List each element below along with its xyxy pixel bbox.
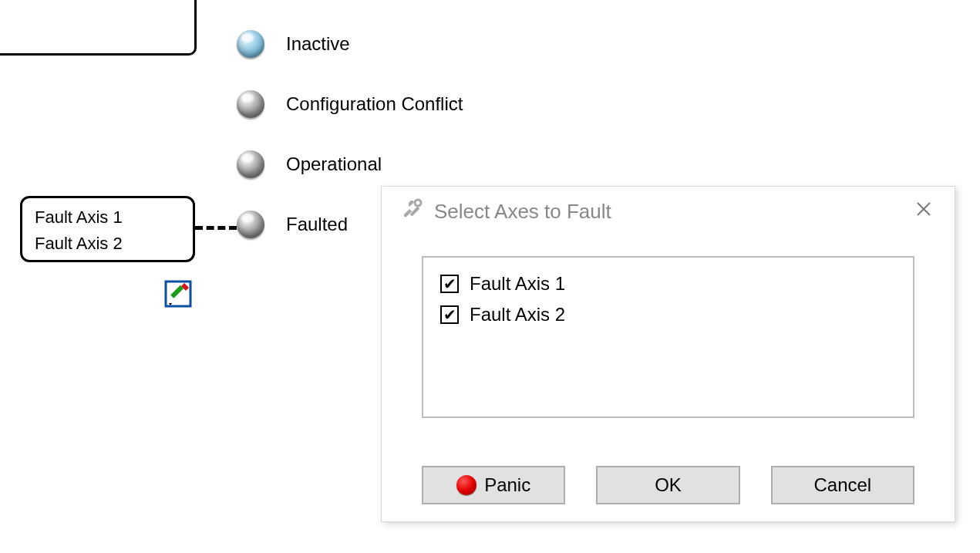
checkbox-label: Fault Axis 2 — [470, 299, 565, 330]
indicator-orb-confconflict — [237, 90, 264, 118]
faulted-annotation-box: Fault Axis 1 Fault Axis 2 — [20, 196, 195, 262]
cancel-button[interactable]: Cancel — [771, 466, 914, 504]
state-label: Faulted — [286, 214, 348, 235]
svg-point-6 — [415, 200, 421, 206]
panic-button[interactable]: Panic — [422, 466, 565, 504]
panic-indicator-icon — [456, 475, 477, 495]
tools-icon — [400, 197, 423, 225]
checkbox-fault-axis-2[interactable]: ✔ Fault Axis 2 — [440, 299, 896, 330]
state-configuration-conflict[interactable]: Configuration Conflict — [237, 74, 463, 134]
button-label: Cancel — [813, 474, 871, 496]
dialog-body: ✔ Fault Axis 1 ✔ Fault Axis 2 — [422, 256, 914, 418]
state-inactive[interactable]: Inactive — [237, 14, 463, 74]
close-icon[interactable] — [911, 201, 936, 222]
panel-fragment — [0, 0, 197, 56]
annotation-line: Fault Axis 2 — [35, 231, 180, 257]
checkbox-box: ✔ — [440, 275, 459, 293]
indicator-orb-faulted — [237, 211, 264, 238]
dialog-titlebar: Select Axes to Fault — [382, 187, 955, 231]
select-axes-dialog: Select Axes to Fault ✔ Fault Axis 1 ✔ Fa… — [381, 186, 955, 522]
checkbox-box: ✔ — [440, 305, 459, 324]
indicator-orb-operational — [237, 150, 264, 178]
dialog-button-row: Panic OK Cancel — [422, 466, 914, 504]
button-label: Panic — [484, 474, 530, 496]
checkbox-label: Fault Axis 1 — [470, 268, 565, 299]
state-label: Operational — [286, 153, 382, 175]
state-label: Inactive — [286, 33, 350, 55]
checkbox-fault-axis-1[interactable]: ✔ Fault Axis 1 — [440, 268, 896, 299]
button-label: OK — [655, 474, 682, 496]
state-label: Configuration Conflict — [286, 93, 463, 115]
indicator-orb-inactive — [237, 30, 264, 58]
ok-button[interactable]: OK — [596, 466, 739, 504]
annotation-line: Fault Axis 1 — [35, 204, 180, 231]
dashed-connector — [195, 226, 237, 230]
dialog-title: Select Axes to Fault — [434, 200, 911, 224]
edit-pencil-icon[interactable] — [164, 280, 192, 312]
